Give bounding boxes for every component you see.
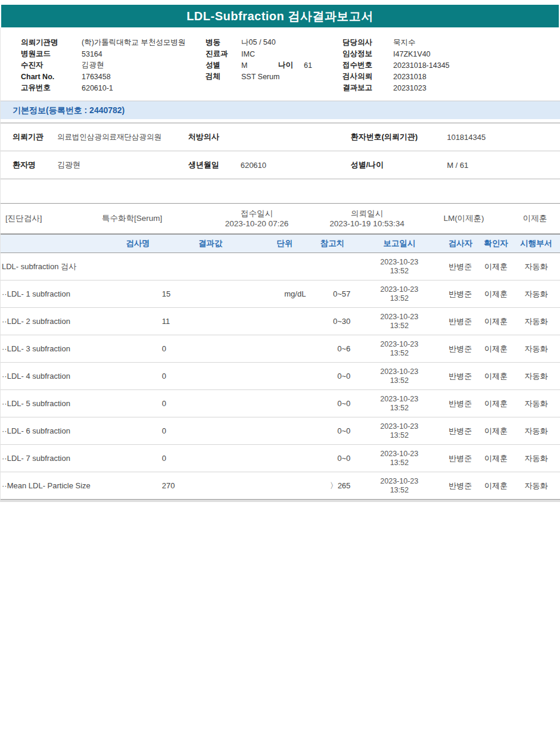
field-value: 묵지수 xyxy=(393,38,416,48)
patient-header: 의뢰기관명 (학)가톨릭대학교 부천성모병원 병원코드 53164 수진자 김광… xyxy=(1,27,560,101)
report-date: 2023-10-23 xyxy=(357,395,441,404)
report-time: 13:52 xyxy=(357,267,441,276)
field-value: 20231018-14345 xyxy=(393,61,450,70)
technician: 반병준 xyxy=(441,445,480,472)
reference-range: 0~57 xyxy=(307,280,357,308)
technician: 반병준 xyxy=(441,308,480,335)
col-unit: 단위 xyxy=(262,235,307,253)
field-label: 환자번호(의뢰기관) xyxy=(350,123,447,151)
header-field: 검체 SST Serum xyxy=(206,71,343,82)
request-label: 의뢰일시 xyxy=(316,208,418,219)
field-value: 53164 xyxy=(82,50,102,58)
verifier: 이제훈 xyxy=(480,445,512,472)
header-field: 수진자 김광현 xyxy=(21,60,206,71)
result-row: LDL- subfraction 검사 2023-10-23 13:52 반병준… xyxy=(1,253,560,280)
field-value: M / 61 xyxy=(447,151,560,179)
verifier: 이제훈 xyxy=(480,280,512,308)
result-row: ··LDL- 7 subfraction 0 0~0 2023-10-23 13… xyxy=(1,445,560,472)
test-name: ··LDL- 6 subfraction xyxy=(1,417,158,445)
field-label: 병동 xyxy=(206,38,241,48)
test-name: ··LDL- 2 subfraction xyxy=(1,308,158,335)
department: 자동화 xyxy=(512,363,560,390)
result-unit xyxy=(262,308,307,335)
order-strip: [진단검사] 특수화학[Serum] 접수일시 2023-10-20 07:26… xyxy=(1,203,560,234)
field-label: 의뢰기관 xyxy=(1,123,57,151)
department: 자동화 xyxy=(512,417,560,445)
report-datetime: 2023-10-23 13:52 xyxy=(357,445,441,472)
verifier: 이제훈 xyxy=(480,363,512,390)
field-label: 성별 xyxy=(206,60,241,70)
field-value: M xyxy=(241,61,278,70)
results-table: 검사명 결과값 단위 참고치 보고일시 검사자 확인자 시행부서 LDL- su… xyxy=(1,234,560,500)
report-date: 2023-10-23 xyxy=(357,285,441,294)
result-value xyxy=(158,253,263,280)
result-row: ··LDL- 6 subfraction 0 0~0 2023-10-23 13… xyxy=(1,417,560,445)
verifier: 이제훈 xyxy=(480,308,512,335)
report-time: 13:52 xyxy=(357,322,441,331)
col-verifier: 확인자 xyxy=(480,235,512,253)
field-label: 접수번호 xyxy=(343,60,393,70)
report-date: 2023-10-23 xyxy=(357,477,441,486)
field-label: 환자명 xyxy=(1,151,57,179)
results-body: LDL- subfraction 검사 2023-10-23 13:52 반병준… xyxy=(1,253,560,500)
field-value: 620610 xyxy=(241,151,351,179)
result-row: ··Mean LDL- Particle Size 270 〉265 2023-… xyxy=(1,472,560,500)
field-label: 의뢰기관명 xyxy=(21,38,82,48)
report-time: 13:52 xyxy=(357,349,441,358)
department: 자동화 xyxy=(512,445,560,472)
request-datetime: 의뢰일시 2023-10-19 10:53:34 xyxy=(316,208,418,229)
test-name: ··LDL- 4 subfraction xyxy=(1,363,158,390)
header-field: 접수번호 20231018-14345 xyxy=(343,60,560,71)
report-time: 13:52 xyxy=(357,486,441,495)
field-label: 검사의뢰 xyxy=(343,71,393,82)
verifier: 이제훈 xyxy=(480,472,512,500)
col-report-datetime: 보고일시 xyxy=(357,235,441,253)
technician: 반병준 xyxy=(441,335,480,363)
field-label: 임상정보 xyxy=(343,49,393,59)
header-field: 검사의뢰 20231018 xyxy=(343,71,560,82)
report-datetime: 2023-10-23 13:52 xyxy=(357,417,441,445)
report-date: 2023-10-23 xyxy=(357,313,441,322)
field-label: 나이 xyxy=(278,60,304,70)
table-bottom-border xyxy=(1,500,560,502)
result-unit xyxy=(262,417,307,445)
field-value: 61 xyxy=(304,61,312,70)
report-date: 2023-10-23 xyxy=(357,367,441,376)
results-header: 검사명 결과값 단위 참고치 보고일시 검사자 확인자 시행부서 xyxy=(1,235,560,253)
result-row: ··LDL- 4 subfraction 0 0~0 2023-10-23 13… xyxy=(1,363,560,390)
report-body: 의뢰기관명 (학)가톨릭대학교 부천성모병원 병원코드 53164 수진자 김광… xyxy=(0,27,560,502)
report-date: 2023-10-23 xyxy=(357,450,441,459)
field-value: 나05 / 540 xyxy=(241,38,276,48)
field-label: 담당의사 xyxy=(343,38,393,48)
field-label: 처방의사 xyxy=(188,123,241,151)
basic-info-table: 의뢰기관 의료법인삼광의료재단삼광의원 처방의사 환자번호(의뢰기관) 1018… xyxy=(1,123,560,179)
field-value: 20231023 xyxy=(393,84,427,92)
department: 자동화 xyxy=(512,390,560,417)
reference-range: 〉265 xyxy=(307,472,357,500)
header-field: 진료과 IMC xyxy=(206,48,343,60)
department: 자동화 xyxy=(512,472,560,500)
receipt-datetime: 접수일시 2023-10-20 07:26 xyxy=(197,208,316,229)
field-label: 병원코드 xyxy=(21,49,82,59)
reference-range: 0~0 xyxy=(307,390,357,417)
header-field: 결과보고 20231023 xyxy=(343,82,560,93)
department: 자동화 xyxy=(512,280,560,308)
report-datetime: 2023-10-23 13:52 xyxy=(357,280,441,308)
field-value: 김광현 xyxy=(82,60,104,70)
ordering-org-value: 의료법인삼광의료재단삼광의원 xyxy=(57,132,163,142)
result-value: 0 xyxy=(158,335,263,363)
lab-name: LM(이제훈) xyxy=(418,213,510,224)
technician: 반병준 xyxy=(441,253,480,280)
col-reference: 참고치 xyxy=(307,235,357,253)
col-department: 시행부서 xyxy=(512,235,560,253)
report-datetime: 2023-10-23 13:52 xyxy=(357,335,441,363)
field-value: SST Serum xyxy=(241,73,279,81)
field-label: 검체 xyxy=(206,71,241,82)
test-name: ··LDL- 7 subfraction xyxy=(1,445,158,472)
department: 자동화 xyxy=(512,335,560,363)
reference-range xyxy=(307,253,357,280)
field-label: 성별/나이 xyxy=(350,151,447,179)
col-test-name: 검사명 xyxy=(1,235,158,253)
reference-range: 0~30 xyxy=(307,308,357,335)
basic-info-row: 의뢰기관 의료법인삼광의료재단삼광의원 처방의사 환자번호(의뢰기관) 1018… xyxy=(1,123,560,151)
